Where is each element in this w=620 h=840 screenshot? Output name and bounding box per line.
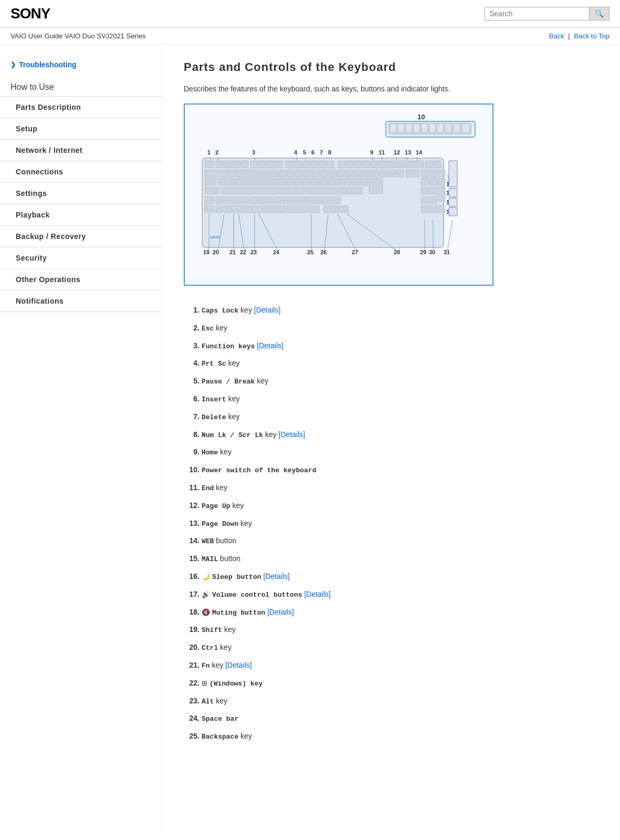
key-details-link[interactable]: [Details] [225,661,252,669]
back-link[interactable]: Back [549,32,564,40]
key-list-item-18: 18.🔇 Muting button [Details] [184,604,599,621]
svg-rect-60 [205,170,218,177]
sidebar-item-connections[interactable]: Connections [0,161,162,182]
page-title: Parts and Controls of the Keyboard [184,60,599,74]
key-name: Sleep button [212,573,261,581]
svg-rect-65 [254,170,261,177]
svg-rect-80 [380,170,387,177]
svg-text:VAIO: VAIO [210,235,220,240]
sidebar-item-network-internet[interactable]: Network / Internet [0,139,162,161]
svg-rect-132 [216,196,223,204]
key-list-item-12: 12.Page Up key [184,497,599,515]
svg-rect-148 [429,196,437,204]
svg-rect-153 [287,205,294,213]
key-name: Pause / Break [202,378,255,386]
svg-rect-161 [438,205,445,213]
svg-rect-137 [258,196,265,204]
breadcrumb-bar: VAIO User Guide VAIO Duo SVJ2021 Series … [0,28,620,45]
search-icon: 🔍 [595,9,604,18]
key-list-item-9: 9.Home key [184,443,599,461]
svg-text:9: 9 [370,149,373,155]
search-input[interactable] [485,7,590,20]
svg-rect-61 [220,170,227,177]
guide-title: VAIO User Guide VAIO Duo SVJ2021 Series [10,32,145,40]
sidebar-item-parts-description[interactable]: Parts Description [0,96,162,118]
svg-rect-156 [312,205,319,213]
key-list-item-1: 1.Caps Lock key [Details] [184,302,599,319]
key-name: Backspace [202,733,238,741]
key-suffix: key [212,661,224,669]
key-list-item-23: 23.Alt key [184,692,599,710]
key-list-item-24: 24.Space bar [184,710,599,728]
key-name: WEB [202,537,214,545]
key-details-link[interactable]: [Details] [279,430,306,439]
svg-rect-93 [260,178,267,185]
svg-rect-96 [285,178,292,185]
key-details-link[interactable]: [Details] [267,608,294,616]
svg-rect-71 [304,170,311,177]
svg-text:31: 31 [444,249,450,255]
troubleshooting-link[interactable]: Troubleshooting [0,55,162,74]
svg-rect-86 [438,170,445,177]
key-list-item-3: 3.Function keys [Details] [184,337,599,355]
svg-rect-47 [327,161,334,168]
sidebar-item-security[interactable]: Security [0,247,162,268]
svg-text:5: 5 [303,149,306,155]
svg-rect-108 [429,178,437,185]
key-list-item-22: 22.⊞ (Windows) key [184,675,599,692]
key-details-link[interactable]: [Details] [263,572,290,580]
svg-text:24: 24 [273,249,280,255]
svg-rect-144 [317,196,324,204]
key-details-link[interactable]: [Details] [304,590,331,598]
svg-text:1: 1 [207,149,211,155]
svg-rect-77 [354,170,362,177]
svg-text:27: 27 [352,249,358,255]
key-details-link[interactable]: [Details] [254,306,281,314]
svg-text:6: 6 [311,149,314,155]
key-suffix: key [216,697,227,705]
sidebar: Troubleshooting How to Use Parts Descrip… [0,45,163,832]
svg-rect-163 [449,189,457,197]
svg-rect-81 [388,170,395,177]
key-list-item-10: 10.Power switch of the keyboard [184,461,599,479]
sidebar-item-other-operations[interactable]: Other Operations [0,268,162,290]
main-content: Parts and Controls of the Keyboard Descr… [163,45,620,832]
key-number: 1. [184,304,199,316]
svg-rect-10 [429,124,436,132]
sidebar-item-settings[interactable]: Settings [0,182,162,204]
key-details-link[interactable]: [Details] [257,341,283,350]
svg-rect-52 [371,161,379,168]
svg-rect-63 [237,170,244,177]
svg-rect-59 [434,161,441,168]
back-to-top-link[interactable]: Back to Top [574,32,610,40]
key-number: 17. [184,588,199,600]
svg-rect-120 [297,187,304,194]
svg-rect-155 [303,205,311,213]
svg-rect-55 [396,161,404,168]
key-list-item-19: 19.Shift key [184,621,599,639]
content-area: Troubleshooting How to Use Parts Descrip… [0,45,620,832]
svg-rect-117 [271,187,279,194]
key-name: Insert [202,396,226,403]
key-list: 1.Caps Lock key [Details]2.Esc key3.Func… [184,302,599,745]
key-name: Esc [202,325,214,333]
svg-rect-160 [421,205,437,213]
sidebar-item-backup-recovery[interactable]: Backup / Recovery [0,225,162,247]
svg-text:14: 14 [416,149,423,155]
key-name: Muting button [212,609,265,617]
key-suffix: key [220,643,232,651]
sidebar-item-playback[interactable]: Playback [0,204,162,225]
sidebar-item-setup[interactable]: Setup [0,118,162,139]
svg-rect-107 [421,178,428,185]
svg-text:21: 21 [229,249,236,255]
svg-rect-36 [233,161,240,168]
sidebar-item-notifications[interactable]: Notifications [0,290,162,312]
key-icon: ⊞ [202,679,207,687]
search-button[interactable]: 🔍 [590,7,610,20]
svg-rect-48 [338,161,345,168]
svg-text:19: 19 [203,249,209,255]
svg-rect-79 [371,170,379,177]
svg-rect-135 [241,196,248,204]
key-suffix: key [233,501,244,510]
svg-text:10: 10 [417,113,425,121]
